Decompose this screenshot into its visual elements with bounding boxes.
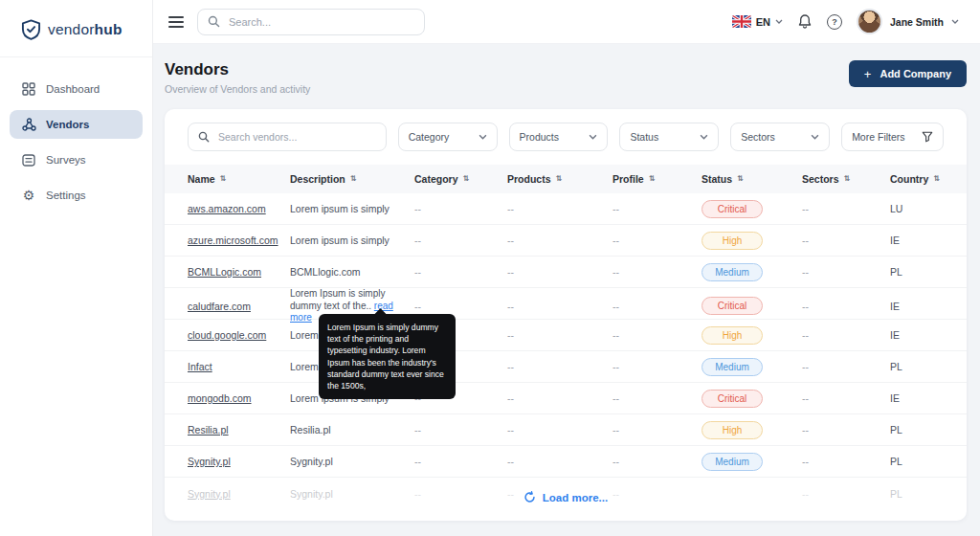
table-row: Resilia.pl Resilia.pl -- -- -- High -- P… — [165, 414, 967, 446]
gear-icon: ⚙ — [21, 188, 36, 203]
vendor-description: Resilia.pl — [290, 424, 414, 436]
language-selector[interactable]: EN — [732, 15, 783, 28]
filter-sectors[interactable]: Sectors — [730, 123, 830, 151]
cell-status: Medium — [702, 453, 802, 471]
vendor-search-input[interactable] — [216, 130, 376, 144]
hamburger-menu-icon[interactable] — [168, 16, 184, 28]
status-badge: Medium — [702, 263, 763, 281]
cell-country: PL — [890, 424, 944, 436]
sidebar-item-dashboard[interactable]: Dashboard — [10, 75, 143, 103]
shield-check-icon — [21, 19, 41, 40]
sidebar-nav: Dashboard Vendors Surveys ⚙ Settings — [0, 57, 152, 227]
cell-country: IE — [890, 301, 944, 312]
global-search[interactable] — [197, 9, 425, 35]
col-header-description: Description — [290, 173, 345, 185]
status-badge: High — [702, 421, 763, 439]
table-row: caludfare.com Lorem Ipsum is simplydummy… — [165, 288, 967, 320]
cell-country: IE — [890, 234, 944, 246]
chevron-down-icon — [700, 134, 708, 140]
vendor-search[interactable] — [188, 123, 387, 151]
sort-icon[interactable]: ⇅ — [350, 175, 357, 183]
cell-products: -- — [507, 361, 612, 372]
global-search-input[interactable] — [227, 15, 414, 29]
cell-profile: -- — [612, 203, 702, 214]
sort-icon[interactable]: ⇅ — [933, 175, 940, 183]
vendor-name-link[interactable]: mongodb.com — [188, 392, 252, 404]
sort-icon[interactable]: ⇅ — [737, 175, 744, 183]
cell-profile: -- — [612, 266, 702, 278]
sort-icon[interactable]: ⇅ — [844, 175, 851, 183]
more-filters-button[interactable]: More Filters — [841, 123, 944, 151]
chevron-down-icon — [479, 134, 487, 140]
cell-sectors: -- — [802, 266, 890, 278]
status-badge: Critical — [702, 200, 763, 218]
status-badge: Critical — [702, 297, 763, 315]
cell-sectors: -- — [802, 361, 890, 372]
notifications-bell-icon[interactable] — [797, 13, 813, 30]
chevron-down-icon — [951, 19, 959, 24]
table-row: BCMLLogic.com BCMLlogic.com -- -- -- Med… — [165, 257, 967, 288]
language-code: EN — [756, 16, 770, 28]
cell-country: IE — [890, 329, 944, 341]
col-header-category: Category — [414, 173, 458, 185]
cell-products: -- — [507, 392, 612, 404]
vendor-name-link[interactable]: Sygnity.pl — [188, 456, 231, 467]
sort-icon[interactable]: ⇅ — [556, 175, 563, 183]
brand-name: vendorhub — [48, 21, 122, 38]
vendor-name-link[interactable]: caludfare.com — [188, 301, 251, 312]
sidebar-item-label: Surveys — [46, 154, 86, 166]
load-more-button[interactable]: Load more... — [165, 491, 967, 503]
cell-products: -- — [507, 203, 612, 214]
filter-status[interactable]: Status — [619, 123, 719, 151]
cell-sectors: -- — [802, 301, 890, 312]
cell-products: -- — [507, 424, 612, 436]
table-body: aws.amazon.com Lorem ipsum is simply -- … — [165, 193, 967, 509]
vendor-name-link[interactable]: azure.microsoft.com — [188, 234, 278, 246]
cell-country: IE — [890, 392, 944, 404]
vendor-name-link[interactable]: cloud.google.com — [188, 329, 266, 341]
sort-icon[interactable]: ⇅ — [463, 175, 470, 183]
cell-category: -- — [414, 234, 507, 246]
page-title: Vendors — [165, 60, 310, 79]
col-header-profile: Profile — [612, 173, 644, 185]
cell-profile: -- — [612, 361, 702, 372]
brand-logo[interactable]: vendorhub — [0, 0, 152, 57]
vendor-description: Lorem ipsum is simply — [290, 234, 414, 246]
sort-icon[interactable]: ⇅ — [220, 175, 227, 183]
vendor-description: BCMLlogic.com — [290, 266, 414, 278]
user-menu[interactable]: Jane Smith — [857, 9, 959, 34]
col-header-sectors: Sectors — [802, 173, 839, 185]
vendor-name-link[interactable]: Resilia.pl — [188, 424, 229, 436]
filter-products[interactable]: Products — [509, 123, 609, 151]
help-icon[interactable]: ? — [827, 14, 842, 30]
cell-products: -- — [507, 234, 612, 246]
cell-status: Critical — [702, 390, 802, 408]
sidebar-item-settings[interactable]: ⚙ Settings — [10, 181, 143, 210]
chevron-down-icon — [589, 134, 597, 140]
table-row: azure.microsoft.com Lorem ipsum is simpl… — [165, 225, 967, 257]
vendor-name-link[interactable]: aws.amazon.com — [188, 203, 266, 214]
status-badge: Medium — [702, 358, 763, 376]
filter-category[interactable]: Category — [398, 123, 498, 151]
topbar: EN ? Jane Smith — [153, 0, 980, 44]
cell-status: Medium — [702, 263, 802, 281]
surveys-list-icon — [21, 152, 36, 168]
cell-sectors: -- — [802, 203, 890, 214]
cell-category: -- — [414, 203, 507, 214]
cell-sectors: -- — [802, 329, 890, 341]
chevron-down-icon — [811, 134, 819, 140]
table-header-row: Name⇅ Description⇅ Category⇅ Products⇅ P… — [165, 165, 967, 193]
col-header-name: Name — [188, 173, 215, 185]
cell-profile: -- — [612, 424, 702, 436]
topbar-right: EN ? Jane Smith — [732, 9, 959, 34]
vendor-name-link[interactable]: Infact — [188, 361, 212, 372]
description-tooltip: Lorem Ipsum is simply dummy text of the … — [319, 314, 456, 399]
vendor-name-link[interactable]: BCMLLogic.com — [188, 266, 261, 278]
cell-products: -- — [507, 266, 612, 278]
cell-sectors: -- — [802, 234, 890, 246]
sort-icon[interactable]: ⇅ — [649, 175, 656, 183]
add-company-button[interactable]: + Add Company — [849, 60, 967, 87]
table-row: mongodb.com Lorem ipsum is simply -- -- … — [165, 383, 967, 414]
sidebar-item-vendors[interactable]: Vendors — [10, 110, 143, 139]
sidebar-item-surveys[interactable]: Surveys — [10, 145, 143, 174]
